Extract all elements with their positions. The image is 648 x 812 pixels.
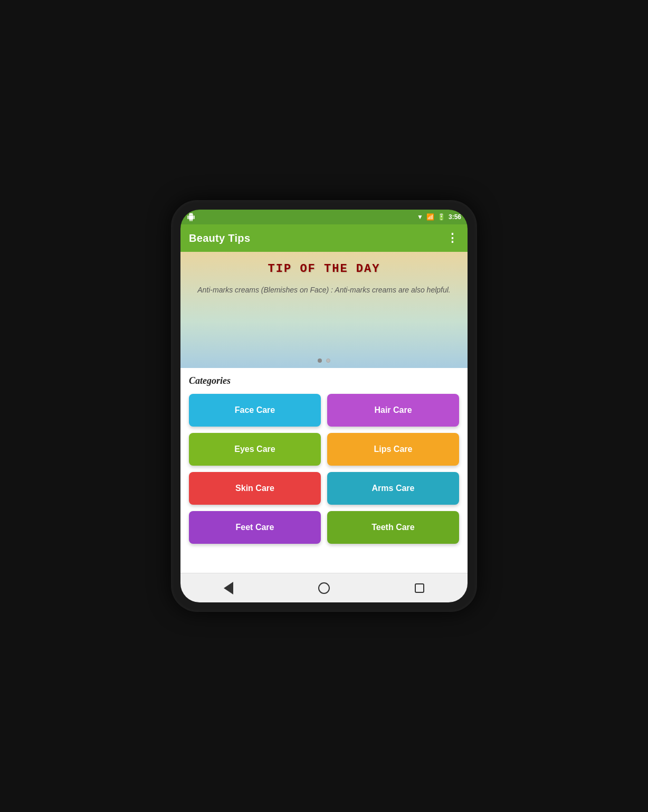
more-options-button[interactable]: ⋮ <box>446 231 459 245</box>
tip-text: Anti-marks creams (Blemishes on Face) : … <box>197 284 451 296</box>
app-title: Beauty Tips <box>189 232 250 244</box>
status-left <box>187 213 195 221</box>
back-icon <box>224 582 233 594</box>
banner-dots <box>318 358 330 363</box>
categories-heading: Categories <box>189 375 459 386</box>
screen: ▼ 📶 🔋 3:56 Beauty Tips ⋮ TIP OF THE DAY … <box>180 210 468 602</box>
category-button-eyes-care[interactable]: Eyes Care <box>189 433 321 466</box>
back-button[interactable] <box>219 579 238 598</box>
status-right: ▼ 📶 🔋 3:56 <box>417 213 461 221</box>
recents-icon <box>415 583 424 593</box>
signal-icon: 📶 <box>426 213 434 221</box>
dot-1 <box>318 358 322 363</box>
battery-icon: 🔋 <box>437 213 445 221</box>
status-bar: ▼ 📶 🔋 3:56 <box>180 210 468 224</box>
category-button-hair-care[interactable]: Hair Care <box>327 394 459 427</box>
category-button-face-care[interactable]: Face Care <box>189 394 321 427</box>
categories-grid: Face CareHair CareEyes CareLips CareSkin… <box>189 394 459 544</box>
dot-2 <box>326 358 330 363</box>
android-icon <box>187 213 195 221</box>
nav-bar <box>180 573 468 602</box>
home-button[interactable] <box>315 579 333 598</box>
category-button-lips-care[interactable]: Lips Care <box>327 433 459 466</box>
wifi-icon: ▼ <box>417 213 423 221</box>
time-display: 3:56 <box>449 213 461 221</box>
device-frame: ▼ 📶 🔋 3:56 Beauty Tips ⋮ TIP OF THE DAY … <box>171 200 477 612</box>
content-area: Categories Face CareHair CareEyes CareLi… <box>180 368 468 573</box>
app-bar: Beauty Tips ⋮ <box>180 224 468 252</box>
tip-banner: TIP OF THE DAY Anti-marks creams (Blemis… <box>180 252 468 368</box>
category-button-arms-care[interactable]: Arms Care <box>327 472 459 505</box>
home-icon <box>318 582 330 594</box>
tip-title: TIP OF THE DAY <box>268 262 380 276</box>
category-button-teeth-care[interactable]: Teeth Care <box>327 511 459 544</box>
category-button-skin-care[interactable]: Skin Care <box>189 472 321 505</box>
category-button-feet-care[interactable]: Feet Care <box>189 511 321 544</box>
recents-button[interactable] <box>410 579 429 598</box>
